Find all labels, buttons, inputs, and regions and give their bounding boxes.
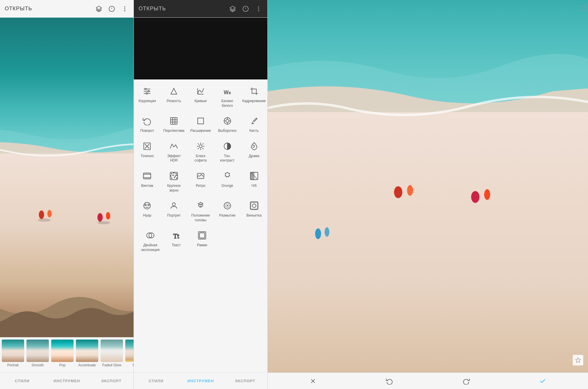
- middle-bottom-nav: СТИЛИ ИНСТРУМЕН ЭКСПОРТ: [134, 373, 267, 389]
- svg-point-72: [144, 202, 151, 209]
- left-nav-tools[interactable]: ИНСТРУМЕН: [44, 373, 89, 389]
- tool-head-pose[interactable]: Положение головы: [189, 197, 212, 225]
- tool-vintage[interactable]: Винтаж: [135, 168, 159, 195]
- perspective-icon: [168, 115, 180, 127]
- redo-button[interactable]: [460, 375, 472, 387]
- info-icon[interactable]: [108, 5, 116, 13]
- resize-handle[interactable]: [579, 5, 586, 13]
- tool-spot[interactable]: Точечно: [135, 138, 159, 165]
- bookmark-icon[interactable]: [573, 355, 583, 365]
- undo-button[interactable]: [384, 375, 395, 387]
- svg-point-9: [39, 210, 44, 219]
- svg-point-93: [407, 185, 413, 196]
- middle-nav-export[interactable]: ЭКСПОРТ: [223, 373, 267, 389]
- tool-hdr[interactable]: Эффект HDR: [162, 138, 186, 165]
- svg-point-6: [124, 10, 125, 11]
- vintage-icon: [141, 170, 153, 182]
- svg-rect-71: [250, 172, 254, 179]
- text-icon: Tt: [170, 230, 182, 241]
- thumbnail-portrait[interactable]: Portrait: [1, 340, 25, 370]
- curves-label: Кривые: [194, 99, 207, 104]
- thumbnail-accentuate[interactable]: Accentuate: [75, 340, 99, 370]
- tool-blur[interactable]: Размытие: [216, 197, 239, 225]
- tool-portrait[interactable]: Портрет: [162, 197, 186, 225]
- svg-line-51: [202, 148, 204, 149]
- right-panel: [268, 0, 588, 389]
- layers-icon[interactable]: [95, 5, 103, 13]
- tool-frames[interactable]: Рамки: [190, 227, 214, 255]
- tool-drama[interactable]: Драма: [242, 138, 266, 165]
- more-icon[interactable]: [121, 5, 129, 13]
- tool-brush[interactable]: Кисть: [242, 113, 266, 136]
- tone-contrast-label: Тон. контраст: [217, 154, 238, 163]
- tool-noir[interactable]: Нуар: [135, 197, 159, 225]
- svg-point-81: [227, 205, 228, 206]
- svg-point-92: [394, 186, 402, 198]
- bw-label: Ч/6: [251, 184, 257, 188]
- middle-info-icon[interactable]: [241, 5, 250, 13]
- tool-curves[interactable]: Кривые: [189, 83, 212, 110]
- thumbnail-label-smooth: Smooth: [31, 363, 44, 367]
- retro-icon: [195, 170, 206, 182]
- tool-crop[interactable]: Кадрирование: [242, 83, 266, 110]
- thumbnail-label-faded-glow: Faded Glow: [102, 363, 121, 367]
- middle-nav-styles[interactable]: СТИЛИ: [134, 373, 178, 389]
- thumbnail-pop[interactable]: Pop: [51, 340, 74, 370]
- frames-label: Рамки: [197, 243, 207, 248]
- tool-perspective[interactable]: Перспектива: [162, 113, 186, 136]
- tool-row-3: Точечно Эффект HDR: [134, 138, 267, 165]
- tool-selective[interactable]: Выборочно: [216, 113, 239, 136]
- tool-row-5: Нуар Портрет: [134, 197, 267, 225]
- tool-sharpness[interactable]: Резкость: [162, 83, 186, 110]
- thumbnail-img-smooth: [26, 340, 49, 362]
- tool-correction[interactable]: Коррекция: [135, 83, 159, 110]
- glamour-icon: [195, 140, 206, 152]
- left-nav-styles[interactable]: СТИЛИ: [0, 373, 44, 389]
- tool-grunge[interactable]: Grunge: [216, 168, 239, 195]
- svg-point-96: [315, 228, 321, 239]
- tool-bw[interactable]: Ч/6: [242, 168, 266, 195]
- curves-icon: [195, 85, 206, 97]
- tools-grid: Коррекция Резкость Кривые: [134, 79, 267, 373]
- tool-wb[interactable]: W₈ Баланс белого: [216, 83, 239, 110]
- glamour-label: Блеск софита: [190, 154, 211, 163]
- tool-text[interactable]: Tt Текст: [164, 227, 188, 255]
- thumbnail-more[interactable]: Mo...: [125, 340, 134, 370]
- hdr-icon: [168, 140, 180, 152]
- left-header: ОТКРЫТЬ: [0, 0, 134, 18]
- tool-double-exposure[interactable]: Двойная экспозиция: [139, 227, 162, 255]
- bw-icon: [248, 170, 260, 182]
- tool-glamour[interactable]: Блеск софита: [189, 138, 212, 165]
- crop-label: Кадрирование: [242, 99, 266, 104]
- middle-more-icon[interactable]: [254, 5, 263, 13]
- tool-grain[interactable]: Крупное зерно: [162, 168, 186, 195]
- close-button[interactable]: [307, 375, 319, 387]
- sharpness-icon: [168, 85, 180, 97]
- grain-label: Крупное зерно: [163, 184, 184, 193]
- double-exposure-label: Двойная экспозиция: [140, 243, 161, 252]
- hdr-label: Эффект HDR: [163, 154, 184, 163]
- thumbnail-label-accentuate: Accentuate: [78, 363, 96, 367]
- middle-layers-icon[interactable]: [229, 5, 237, 13]
- beach-image-left: [0, 18, 134, 337]
- svg-point-95: [484, 189, 490, 200]
- tool-expand[interactable]: Расширение: [189, 113, 212, 136]
- svg-point-59: [171, 173, 172, 174]
- portrait-label: Портрет: [167, 213, 181, 218]
- svg-point-73: [145, 204, 146, 206]
- tool-retro[interactable]: Ретро: [189, 168, 212, 195]
- svg-point-77: [199, 204, 200, 205]
- svg-text:W₈: W₈: [224, 89, 231, 95]
- tool-rotate[interactable]: Поворот: [135, 113, 159, 136]
- svg-rect-34: [171, 118, 177, 124]
- tool-vignette[interactable]: Виньетка: [242, 197, 266, 225]
- tool-tone-contrast[interactable]: Тон. контраст: [216, 138, 239, 165]
- spot-label: Точечно: [141, 154, 154, 159]
- middle-nav-tools[interactable]: ИНСТРУМЕН: [178, 373, 223, 389]
- thumbnail-smooth[interactable]: Smooth: [26, 340, 49, 370]
- thumbnail-faded-glow[interactable]: Faded Glow: [100, 340, 124, 370]
- confirm-button[interactable]: [537, 375, 549, 387]
- head-pose-label: Положение головы: [190, 213, 211, 222]
- left-nav-export[interactable]: ЭКСПОРТ: [89, 373, 134, 389]
- left-header-icons: [95, 5, 129, 13]
